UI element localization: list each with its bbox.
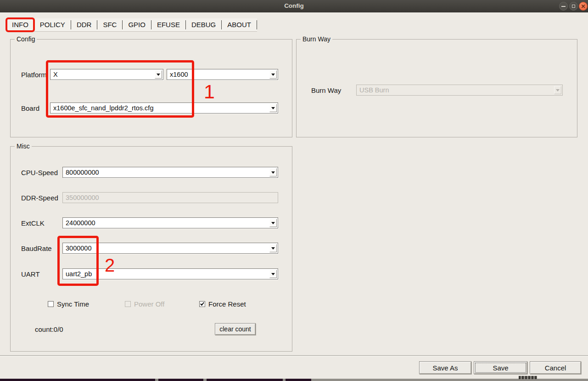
misc-group-legend: Misc <box>15 142 32 150</box>
chevron-down-icon[interactable] <box>269 244 277 252</box>
chevron-down-icon <box>554 86 561 94</box>
burn-way-value: USB Burn <box>359 86 389 94</box>
chevron-down-icon[interactable] <box>269 270 277 278</box>
power-off-label: Power Off <box>134 300 164 308</box>
ddr-speed-field: 350000000 <box>62 192 278 203</box>
close-icon: ✕ <box>581 4 585 9</box>
background-window-strip <box>0 379 155 381</box>
close-button[interactable]: ✕ <box>579 2 588 11</box>
minimize-icon <box>561 6 566 7</box>
ddr-speed-label: DDR-Speed <box>21 194 58 202</box>
uart-combo[interactable]: uart2_pb <box>62 268 278 279</box>
platform-family-value: X <box>53 71 58 78</box>
tab-info[interactable]: INFO <box>6 18 34 31</box>
save-button[interactable]: Save <box>474 361 527 374</box>
tab-debug[interactable]: DEBUG <box>186 18 221 31</box>
checkbox-box[interactable] <box>199 301 205 307</box>
force-reset-checkbox[interactable]: Force Reset <box>199 300 246 307</box>
burn-way-combo: USB Burn <box>356 85 563 96</box>
minimize-button[interactable] <box>559 2 568 11</box>
cpu-speed-combo[interactable]: 800000000 <box>62 167 278 178</box>
uart-label: UART <box>21 270 40 278</box>
check-icon <box>200 302 204 306</box>
tab-policy[interactable]: POLICY <box>34 18 71 31</box>
extclk-value: 24000000 <box>66 219 95 227</box>
window-title: Config <box>0 0 588 12</box>
tab-sfc[interactable]: SFC <box>97 18 122 31</box>
tab-separator <box>257 20 257 29</box>
platform-chip-value: x1600 <box>170 71 188 78</box>
force-reset-label: Force Reset <box>208 300 246 308</box>
clear-count-button[interactable]: clear count <box>215 323 256 335</box>
platform-label: Platform <box>21 71 47 79</box>
burn-way-label: Burn Way <box>311 86 341 94</box>
maximize-button[interactable] <box>569 2 578 11</box>
tab-efuse[interactable]: EFUSE <box>151 18 185 31</box>
background-window-strip <box>158 379 203 381</box>
background-window-strip <box>207 379 283 381</box>
chevron-down-icon[interactable] <box>269 70 277 79</box>
save-as-button[interactable]: Save As <box>419 361 471 374</box>
sync-time-checkbox[interactable]: Sync Time <box>48 300 89 307</box>
background-window-text-fragment <box>519 376 537 379</box>
platform-family-combo[interactable]: X <box>50 69 163 80</box>
uart-value: uart2_pb <box>66 270 92 278</box>
board-label: Board <box>21 104 39 112</box>
tab-gpio[interactable]: GPIO <box>123 18 151 31</box>
extclk-label: ExtCLK <box>21 219 45 227</box>
burn-way-groupbox: Burn Way Burn Way USB Burn <box>296 39 577 137</box>
misc-groupbox: Misc CPU-Speed 800000000 DDR-Speed 35000… <box>10 146 292 352</box>
chevron-down-icon[interactable] <box>155 70 162 79</box>
baudrate-value: 3000000 <box>66 245 91 252</box>
count-label: count:0/0 <box>35 325 63 333</box>
config-group-legend: Config <box>15 35 37 43</box>
board-combo[interactable]: x1600e_sfc_nand_lpddr2_rtos.cfg <box>50 102 278 114</box>
config-window: Config ✕ INFO POLICY DDR SFC GPIO EFUSE … <box>0 0 588 381</box>
tab-about[interactable]: ABOUT <box>222 18 257 31</box>
cancel-button[interactable]: Cancel <box>530 361 581 374</box>
checkbox-box <box>125 301 131 307</box>
callout-digit-1: 1 <box>204 82 215 102</box>
chevron-down-icon[interactable] <box>269 219 277 227</box>
power-off-checkbox: Power Off <box>125 300 164 307</box>
background-window-strip <box>311 379 588 381</box>
ddr-speed-value: 350000000 <box>66 194 99 201</box>
board-value: x1600e_sfc_nand_lpddr2_rtos.cfg <box>53 104 153 112</box>
baudrate-label: BaudRate <box>21 245 52 252</box>
background-window-strip <box>286 379 311 381</box>
checkbox-box[interactable] <box>48 301 54 307</box>
config-groupbox: Config Platform X x1600 Board x1600e_sfc… <box>10 39 292 137</box>
maximize-icon <box>572 5 575 8</box>
chevron-down-icon[interactable] <box>269 168 277 176</box>
callout-digit-2: 2 <box>105 256 115 274</box>
sync-time-label: Sync Time <box>57 300 89 308</box>
footer-separator <box>0 355 588 356</box>
extclk-combo[interactable]: 24000000 <box>62 217 278 228</box>
burn-way-group-legend: Burn Way <box>301 35 332 43</box>
baudrate-combo[interactable]: 3000000 <box>62 243 278 254</box>
cpu-speed-value: 800000000 <box>66 169 99 176</box>
cpu-speed-label: CPU-Speed <box>21 169 58 176</box>
titlebar[interactable]: Config ✕ <box>0 0 588 12</box>
chevron-down-icon[interactable] <box>269 104 277 112</box>
tab-ddr[interactable]: DDR <box>71 18 97 31</box>
tab-bar: INFO POLICY DDR SFC GPIO EFUSE DEBUG ABO… <box>6 18 257 32</box>
platform-chip-combo[interactable]: x1600 <box>167 69 278 80</box>
